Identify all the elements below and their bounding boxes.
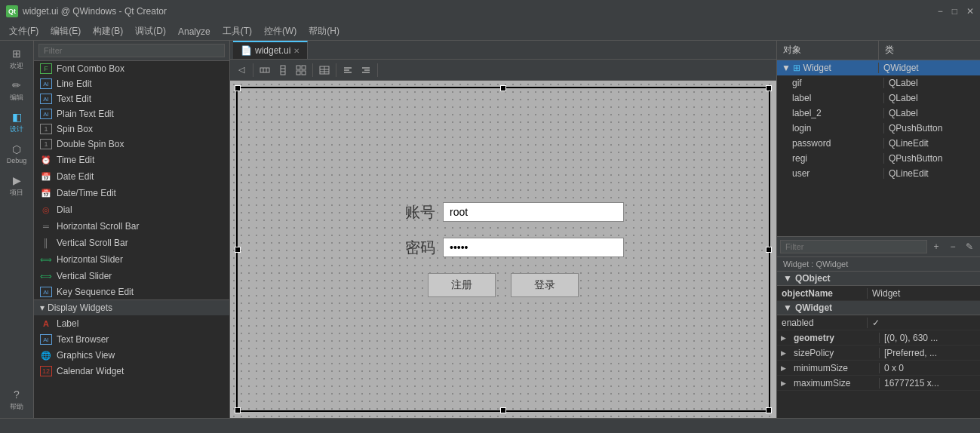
menu-help[interactable]: 帮助(H) xyxy=(303,23,346,39)
widget-form: 账号 密码 注册 登录 xyxy=(382,202,624,297)
property-remove-btn[interactable]: − xyxy=(945,239,960,254)
widget-item-lineedit[interactable]: AI Line Edit xyxy=(34,76,229,91)
toolbar-align-left[interactable] xyxy=(339,62,356,78)
activity-help[interactable]: ? 帮助 xyxy=(2,385,32,415)
widget-item-label: Horizontal Scroll Bar xyxy=(57,221,139,232)
menu-debug[interactable]: 调试(D) xyxy=(129,23,172,39)
project-icon: ▶ xyxy=(13,174,21,186)
account-input[interactable] xyxy=(443,202,624,222)
object-inspector: 对象 类 ▼ ⊞ Widget QWidget gif xyxy=(777,41,980,237)
edit-icon: ✏ xyxy=(12,79,21,91)
window-controls[interactable]: − □ ✕ xyxy=(938,6,974,17)
prop-value-objectname: Widget xyxy=(868,288,980,299)
activity-welcome-label: 欢迎 xyxy=(10,61,23,71)
activity-debug[interactable]: ⬡ Debug xyxy=(2,139,32,169)
activity-project[interactable]: ▶ 项目 xyxy=(2,170,32,201)
password-label: 密码 xyxy=(382,238,435,258)
spinbox-icon: 1 xyxy=(40,124,52,134)
widget-item-label[interactable]: A Label xyxy=(34,315,229,332)
toolbar-layout-h[interactable] xyxy=(257,62,273,78)
object-row-regi[interactable]: regi QPushButton xyxy=(777,151,980,166)
password-input[interactable] xyxy=(443,238,624,257)
prop-row-enabled[interactable]: enabled ✓ xyxy=(777,315,980,330)
help-icon: ? xyxy=(14,388,20,401)
tab-icon: 📄 xyxy=(241,45,252,56)
toolbar-form-layout[interactable] xyxy=(316,62,333,78)
activity-design[interactable]: ◧ 设计 xyxy=(2,107,32,137)
prop-name-geometry: geometry xyxy=(789,333,880,343)
geometry-expand-icon[interactable]: ▶ xyxy=(777,334,789,342)
property-filter-input[interactable] xyxy=(780,240,927,253)
object-row-widget[interactable]: ▼ ⊞ Widget QWidget xyxy=(777,60,980,75)
widget-item-fontcombobox[interactable]: F Font Combo Box xyxy=(34,61,229,76)
object-row-password[interactable]: password QLineEdit xyxy=(777,136,980,151)
menu-build[interactable]: 构建(B) xyxy=(87,23,129,39)
activity-welcome[interactable]: ⊞ 欢迎 xyxy=(2,44,32,74)
widget-item-graphicsview[interactable]: 🌐 Graphics View xyxy=(34,347,229,364)
menu-edit[interactable]: 编辑(E) xyxy=(45,23,87,39)
widget-item-doublespinbox[interactable]: 1 Double Spin Box xyxy=(34,137,229,152)
minimize-button[interactable]: − xyxy=(938,6,943,17)
object-row-login[interactable]: login QPushButton xyxy=(777,121,980,136)
widget-item-label: Vertical Scroll Bar xyxy=(57,238,128,248)
menu-widgets[interactable]: 控件(W) xyxy=(258,23,303,39)
widget-item-label: Plain Text Edit xyxy=(57,109,114,119)
widget-item-textbrowser[interactable]: AI Text Browser xyxy=(34,332,229,347)
object-row-user[interactable]: user QLineEdit xyxy=(777,166,980,181)
maximumsize-expand-icon[interactable]: ▶ xyxy=(777,379,789,387)
widget-item-vslider[interactable]: ⟺ Vertical Slider xyxy=(34,268,229,284)
register-button[interactable]: 注册 xyxy=(428,273,496,297)
property-add-btn[interactable]: + xyxy=(929,239,944,254)
designer-canvas[interactable]: 账号 密码 注册 登录 xyxy=(230,81,776,418)
widget-item-dial[interactable]: ◎ Dial xyxy=(34,201,229,218)
property-config-btn[interactable]: ✎ xyxy=(962,239,977,254)
activity-debug-label: Debug xyxy=(7,157,27,164)
menu-tools[interactable]: 工具(T) xyxy=(217,23,258,39)
widget-item-timeedit[interactable]: ⏰ Time Edit xyxy=(34,152,229,168)
sizepolicy-expand-icon[interactable]: ▶ xyxy=(777,349,789,357)
prop-row-sizepolicy[interactable]: ▶ sizePolicy [Preferred, ... xyxy=(777,345,980,361)
widget-item-keysequenceedit[interactable]: AI Key Sequence Edit xyxy=(34,284,229,299)
section-display-widgets[interactable]: ▾ Display Widgets xyxy=(34,299,229,315)
menu-file[interactable]: 文件(F) xyxy=(3,23,45,39)
widget-item-plaintextedit[interactable]: AI Plain Text Edit xyxy=(34,106,229,121)
section-expander-icon: ▾ xyxy=(40,302,45,313)
hslider-icon: ⟺ xyxy=(40,253,52,266)
widget-item-calendarwidget[interactable]: 12 Calendar Widget xyxy=(34,364,229,379)
maximize-button[interactable]: □ xyxy=(952,6,957,17)
tab-close-button[interactable]: ✕ xyxy=(293,47,300,55)
widget-item-hscrollbar[interactable]: ═ Horizontal Scroll Bar xyxy=(34,218,229,235)
widget-item-label: Text Edit xyxy=(57,94,91,104)
widget-item-datetimeedit[interactable]: 📅 Date/Time Edit xyxy=(34,185,229,201)
designer-tab[interactable]: 📄 widget.ui ✕ xyxy=(233,41,308,59)
prop-row-minimumsize[interactable]: ▶ minimumSize 0 x 0 xyxy=(777,361,980,376)
toolbar-layout-v[interactable] xyxy=(275,62,291,78)
section-header-label: Display Widgets xyxy=(48,302,112,313)
vslider-icon: ⟺ xyxy=(40,270,52,282)
plaintextedit-icon: AI xyxy=(40,109,52,119)
widget-filter-input[interactable] xyxy=(38,44,225,57)
object-row-gif[interactable]: gif QLabel xyxy=(777,75,980,91)
object-row-label[interactable]: label QLabel xyxy=(777,91,980,106)
dial-icon: ◎ xyxy=(40,204,52,216)
widget-item-textedit[interactable]: AI Text Edit xyxy=(34,91,229,106)
svg-rect-9 xyxy=(302,71,306,75)
login-button[interactable]: 登录 xyxy=(511,273,579,297)
prop-row-objectname[interactable]: objectName Widget xyxy=(777,286,980,301)
toolbar-layout-grid[interactable] xyxy=(293,62,309,78)
toolbar-back-btn[interactable]: ◁ xyxy=(233,62,250,78)
widget-item-hslider[interactable]: ⟺ Horizontal Slider xyxy=(34,251,229,268)
minimumsize-expand-icon[interactable]: ▶ xyxy=(777,364,789,372)
close-button[interactable]: ✕ xyxy=(966,6,974,17)
prop-row-geometry[interactable]: ▶ geometry [(0, 0), 630 ... xyxy=(777,330,980,345)
object-row-label2[interactable]: label_2 QLabel xyxy=(777,106,980,121)
widget-item-vscrollbar[interactable]: ║ Vertical Scroll Bar xyxy=(34,235,229,251)
widget-item-dateedit[interactable]: 📅 Date Edit xyxy=(34,168,229,185)
toolbar-align-right[interactable] xyxy=(358,62,374,78)
activity-edit[interactable]: ✏ 编辑 xyxy=(2,75,32,106)
prop-section-qwidget[interactable]: ▼ QWidget xyxy=(777,301,980,315)
widget-item-spinbox[interactable]: 1 Spin Box xyxy=(34,121,229,137)
prop-section-qobject[interactable]: ▼ QObject xyxy=(777,272,980,286)
prop-row-maximumsize[interactable]: ▶ maximumSize 16777215 x... xyxy=(777,376,980,391)
menu-analyze[interactable]: Analyze xyxy=(172,25,217,38)
